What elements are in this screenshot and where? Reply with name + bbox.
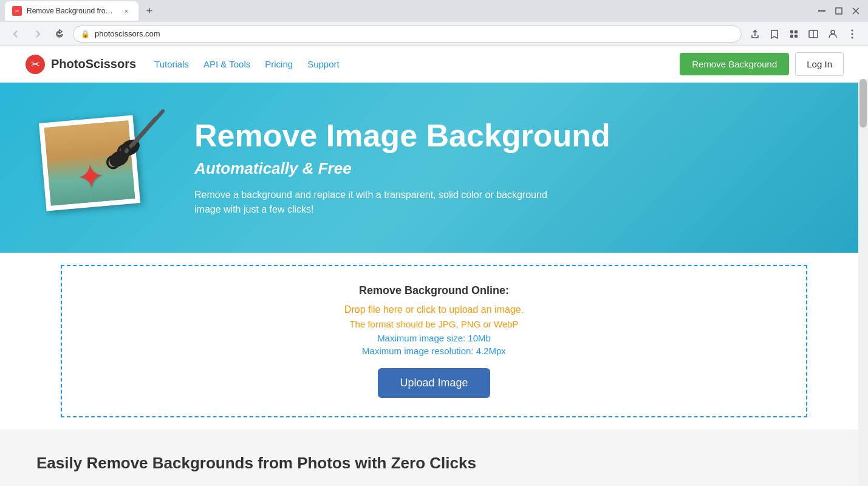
scrollbar-thumb[interactable] <box>859 79 867 128</box>
site-navigation: ✂ PhotoScissors Tutorials API & Tools Pr… <box>0 46 868 83</box>
logo[interactable]: ✂ PhotoScissors <box>24 53 136 75</box>
nav-links: Tutorials API & Tools Pricing Support <box>154 59 340 69</box>
forward-button[interactable] <box>29 26 46 43</box>
address-bar-actions <box>747 26 861 43</box>
share-button[interactable] <box>747 26 764 43</box>
back-button[interactable] <box>7 26 24 43</box>
tab-favicon: ✂ <box>12 6 22 16</box>
split-screen-button[interactable] <box>805 26 822 43</box>
svg-rect-0 <box>818 10 825 12</box>
nav-support[interactable]: Support <box>307 59 340 69</box>
nav-tutorials[interactable]: Tutorials <box>154 59 189 69</box>
content-title: Easily Remove Backgrounds from Photos wi… <box>36 454 832 473</box>
svg-point-11 <box>852 29 853 31</box>
maximize-button[interactable] <box>832 4 846 18</box>
content-section: Easily Remove Backgrounds from Photos wi… <box>0 430 868 486</box>
scissors-icon <box>97 104 170 177</box>
bookmark-button[interactable] <box>766 26 783 43</box>
upload-hint1: Drop file here or click to upload an ima… <box>74 304 794 315</box>
remove-background-button[interactable]: Remove Background <box>680 53 789 75</box>
minimize-button[interactable] <box>815 4 829 18</box>
svg-point-12 <box>852 33 853 35</box>
tab-title: Remove Background from Image <box>27 7 117 15</box>
nav-actions: Remove Background Log In <box>680 52 844 76</box>
extensions-button[interactable] <box>785 26 802 43</box>
tab-close-btn[interactable]: × <box>121 6 131 16</box>
hero-text: Remove Image Background Automatically & … <box>194 118 832 217</box>
lock-icon: 🔒 <box>81 30 90 38</box>
logo-icon: ✂ <box>24 53 46 75</box>
svg-point-13 <box>852 36 853 38</box>
hero-subtitle: Automatically & Free <box>194 159 832 178</box>
svg-rect-6 <box>790 35 793 38</box>
nav-pricing[interactable]: Pricing <box>265 59 293 69</box>
window-controls <box>815 4 863 18</box>
upload-size: Maximum image size: 10Mb <box>74 333 794 343</box>
login-button[interactable]: Log In <box>795 52 844 76</box>
upload-image-button[interactable]: Upload Image <box>378 368 490 398</box>
hero-section: ✦ Remove Image Background Automatically … <box>0 83 868 253</box>
svg-rect-1 <box>836 8 842 14</box>
upload-title: Remove Background Online: <box>74 284 794 297</box>
new-tab-button[interactable]: + <box>141 2 158 19</box>
url-bar[interactable]: 🔒 photoscissors.com <box>73 26 742 43</box>
address-bar: 🔒 photoscissors.com <box>0 22 868 46</box>
hero-image: ✦ <box>36 107 170 228</box>
svg-line-19 <box>126 118 155 151</box>
browser-tab[interactable]: ✂ Remove Background from Image × <box>5 1 138 21</box>
reload-button[interactable] <box>51 26 68 43</box>
upload-section[interactable]: Remove Background Online: Drop file here… <box>61 265 807 417</box>
scrollbar[interactable] <box>858 79 868 486</box>
nav-api-tools[interactable]: API & Tools <box>203 59 250 69</box>
close-button[interactable] <box>849 4 863 18</box>
svg-rect-5 <box>795 30 798 33</box>
website-content: ✂ PhotoScissors Tutorials API & Tools Pr… <box>0 46 868 486</box>
svg-point-10 <box>831 30 835 34</box>
logo-text: PhotoScissors <box>51 57 136 71</box>
menu-button[interactable] <box>844 26 861 43</box>
svg-rect-4 <box>790 30 793 33</box>
hero-title: Remove Image Background <box>194 118 832 153</box>
svg-rect-7 <box>795 35 798 38</box>
url-text: photoscissors.com <box>95 29 734 38</box>
upload-resolution: Maximum image resolution: 4.2Mpx <box>74 346 794 356</box>
profile-button[interactable] <box>824 26 841 43</box>
upload-format: The format should be JPG, PNG or WebP <box>74 319 794 329</box>
svg-text:✂: ✂ <box>31 58 40 70</box>
hero-description: Remove a background and replace it with … <box>194 188 559 217</box>
